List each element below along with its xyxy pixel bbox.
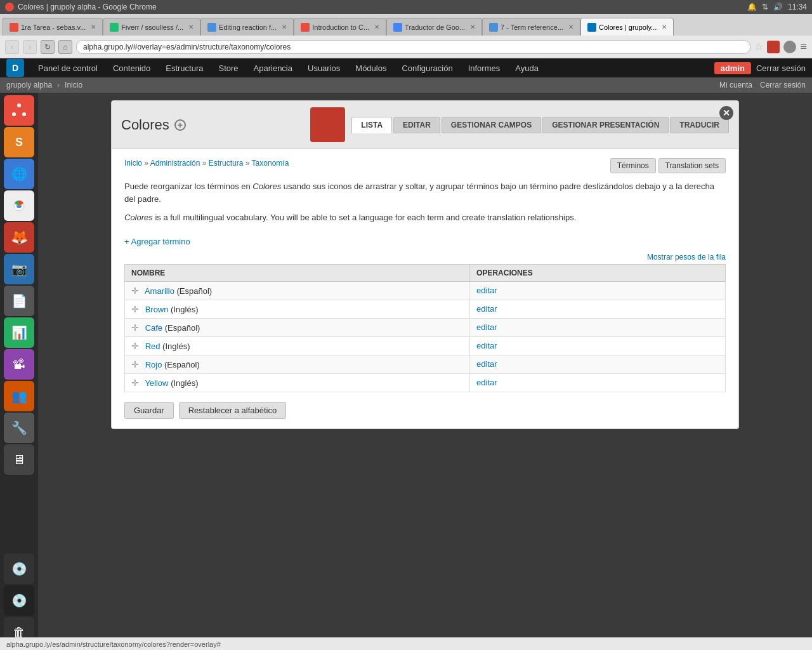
tab-1-close[interactable]: ✕ [91, 23, 96, 30]
tab-3[interactable]: Editing reaction f... ✕ [200, 18, 294, 36]
extension-icon-1[interactable] [767, 41, 780, 53]
tab-2-close[interactable]: ✕ [188, 23, 193, 30]
reload-button[interactable]: ↻ [41, 40, 55, 54]
sidebar-app-text[interactable]: 📄 [4, 286, 34, 316]
adminbar-informes[interactable]: Informes [461, 58, 508, 77]
tab-5-favicon [393, 23, 402, 32]
notification-icon[interactable]: 🔔 [747, 3, 757, 11]
terms-table: NOMBRE OPERACIONES ✛ Amarillo (Español) … [124, 264, 726, 392]
tab-traducir[interactable]: TRADUCIR [670, 117, 729, 133]
breadcrumb-estructura[interactable]: Estructura [209, 159, 244, 168]
sidebar-app-ubuntu[interactable] [4, 95, 34, 126]
edit-link-5[interactable]: editar [476, 378, 497, 387]
description-2: Colores is a full multilingual vocabular… [124, 211, 726, 224]
adminbar-store[interactable]: Store [211, 58, 246, 77]
adminbar-configuracion[interactable]: Configuración [394, 58, 460, 77]
edit-link-2[interactable]: editar [476, 322, 497, 332]
tab-1[interactable]: 1ra Tarea - sebas.v... ✕ [3, 18, 103, 36]
edit-link-3[interactable]: editar [476, 341, 497, 350]
adminbar-modulos[interactable]: Módulos [348, 58, 394, 77]
breadcrumb-taxonomia[interactable]: Taxonomía [252, 159, 289, 168]
bookmark-icon[interactable]: ☆ [754, 41, 763, 53]
edit-link-1[interactable]: editar [476, 304, 497, 314]
drag-handle[interactable]: ✛ [131, 304, 139, 314]
drag-handle[interactable]: ✛ [131, 359, 139, 369]
edit-link-0[interactable]: editar [476, 286, 497, 295]
sidebar-app-browser[interactable]: 🌐 [4, 159, 34, 189]
sidebar-app-files[interactable]: S [4, 127, 34, 157]
tab-3-close[interactable]: ✕ [282, 23, 287, 30]
sidebar-app-disk2[interactable]: 💿 [4, 585, 34, 616]
tab-4-close[interactable]: ✕ [374, 23, 379, 30]
sidebar-app-terminal[interactable]: 🖥 [4, 444, 34, 475]
adminbar-ayuda[interactable]: Ayuda [508, 58, 546, 77]
close-button[interactable]: ✕ [719, 106, 733, 120]
restablecer-button[interactable]: Restablecer a alfabético [179, 402, 286, 419]
show-weights-link[interactable]: Mostrar pesos de la fila [647, 253, 726, 262]
term-link-4[interactable]: Rojo [145, 360, 162, 369]
breadcrumb-inicio[interactable]: Inicio [124, 159, 142, 168]
add-icon[interactable]: + [174, 119, 186, 131]
sidebar-app-settings[interactable]: 🔧 [4, 413, 34, 443]
tab-2[interactable]: Fiverr / ssoulless /... ✕ [103, 18, 200, 36]
drag-handle[interactable]: ✛ [131, 322, 139, 333]
term-link-5[interactable]: Yellow [145, 378, 168, 388]
terminos-button[interactable]: Términos [610, 158, 656, 173]
breadcrumb-administracion[interactable]: Administración [150, 159, 200, 168]
address-bar: ‹ › ↻ ⌂ ☆ ≡ [0, 36, 812, 58]
tab-6-close[interactable]: ✕ [568, 23, 573, 30]
tab-3-label: Editing reaction f... [219, 23, 277, 31]
sync-icon[interactable]: ⇅ [762, 3, 768, 11]
cerrar-sesion-adminbar[interactable]: Cerrar sesión [756, 63, 806, 73]
tab-7-close[interactable]: ✕ [662, 23, 667, 30]
tab-6[interactable]: 7 - Term reference... ✕ [482, 18, 580, 36]
sidebar-app-chrome[interactable] [4, 190, 34, 221]
drag-handle[interactable]: ✛ [131, 286, 139, 296]
sidebar-app-disk1[interactable]: 💿 [4, 554, 34, 584]
translation-sets-button[interactable]: Translation sets [658, 158, 726, 173]
term-link-2[interactable]: Cafe [145, 323, 162, 333]
sidebar-app-firefox[interactable]: 🦊 [4, 222, 34, 253]
adminbar-contenido[interactable]: Contenido [105, 58, 158, 77]
tab-7[interactable]: Colores | grupoly... ✕ [580, 18, 674, 36]
breadcrumb-row: Inicio » Administración » Estructura » T… [124, 159, 726, 174]
browser-tabs-bar: 1ra Tarea - sebas.v... ✕ Fiverr / ssoull… [0, 14, 812, 36]
extension-icon-2[interactable] [783, 41, 796, 53]
mi-cuenta-link[interactable]: Mi cuenta [719, 81, 752, 90]
back-button[interactable]: ‹ [5, 40, 19, 54]
edit-link-4[interactable]: editar [476, 359, 497, 369]
volume-icon[interactable]: 🔊 [773, 3, 783, 11]
term-link-3[interactable]: Red [145, 342, 160, 351]
add-term-link[interactable]: + Agregar término [124, 237, 190, 246]
tab-gestionar-presentacion[interactable]: GESTIONAR PRESENTACIÓN [542, 117, 669, 133]
adminbar-estructura[interactable]: Estructura [158, 58, 211, 77]
tab-gestionar-campos[interactable]: GESTIONAR CAMPOS [442, 117, 541, 133]
sidebar-app-screenshots[interactable]: 📷 [4, 254, 34, 284]
tab-4[interactable]: Introduction to C... ✕ [294, 18, 386, 36]
term-link-0[interactable]: Amarillo [145, 286, 174, 296]
tab-lista[interactable]: LISTA [351, 117, 392, 133]
nav-inicio[interactable]: Inicio [65, 81, 82, 90]
drag-handle[interactable]: ✛ [131, 378, 139, 388]
guardar-button[interactable]: Guardar [124, 402, 174, 419]
adminbar-usuarios[interactable]: Usuarios [300, 58, 348, 77]
tab-5-close[interactable]: ✕ [470, 23, 475, 30]
adminbar-panel[interactable]: Panel de control [30, 58, 105, 77]
sidebar-app-presentation[interactable]: 📽 [4, 349, 34, 380]
menu-icon[interactable]: ≡ [800, 40, 807, 53]
inner-content: Inicio » Administración » Estructura » T… [112, 149, 738, 428]
adminbar-apariencia[interactable]: Apariencia [246, 58, 300, 77]
home-button[interactable]: ⌂ [58, 40, 72, 54]
cerrar-sesion-link[interactable]: Cerrar sesión [760, 81, 806, 90]
term-link-1[interactable]: Brown [145, 305, 169, 314]
tab-editar[interactable]: EDITAR [393, 117, 440, 133]
tab-5[interactable]: Traductor de Goo... ✕ [386, 18, 482, 36]
drag-handle[interactable]: ✛ [131, 341, 139, 351]
forward-button[interactable]: › [23, 40, 37, 54]
svg-point-2 [12, 112, 16, 116]
main-area: S 🌐 🦊 📷 📄 📊 📽 👥 🔧 🖥 [0, 93, 812, 650]
admin-badge[interactable]: admin [714, 62, 751, 74]
sidebar-app-users[interactable]: 👥 [4, 381, 34, 411]
address-input[interactable] [76, 40, 750, 54]
sidebar-app-spreadsheet[interactable]: 📊 [4, 317, 34, 348]
